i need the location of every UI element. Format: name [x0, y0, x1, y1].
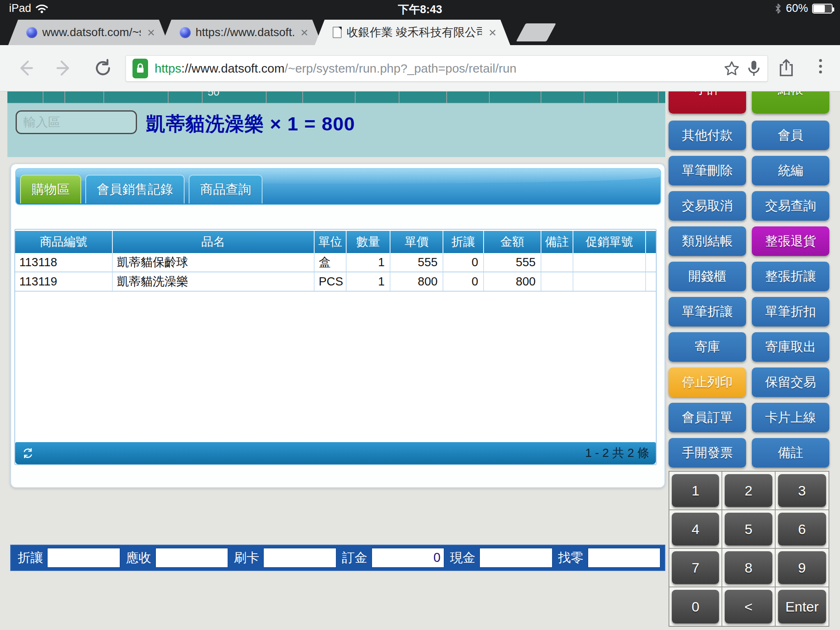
strip-button[interactable]	[399, 91, 446, 103]
numpad-key-0[interactable]: 0	[672, 590, 719, 623]
share-icon[interactable]	[777, 58, 797, 78]
table-row[interactable]: 113118凱蒂貓保齡球盒15550555	[15, 253, 656, 272]
back-button[interactable]	[16, 58, 35, 78]
transaction-query-button[interactable]: 交易查詢	[752, 191, 829, 221]
grid-header-row: 商品編號品名單位數量單價折讓金額備註促銷單號	[15, 231, 656, 253]
strip-button[interactable]	[659, 91, 665, 103]
strip-button[interactable]	[541, 91, 584, 103]
action-grid: 其他付款會員單筆刪除統編交易取消交易查詢類別結帳整張退貨開錢櫃整張折讓單筆折讓單…	[669, 121, 829, 468]
numpad-key-7[interactable]: 7	[672, 551, 719, 584]
strip-button[interactable]: 50	[203, 91, 266, 103]
card-online-button[interactable]: 卡片上線	[752, 403, 829, 432]
battery-icon	[812, 4, 833, 14]
bookmark-star-icon[interactable]	[723, 60, 740, 77]
strip-button[interactable]	[65, 91, 103, 103]
category-checkout-button[interactable]: 類別結帳	[669, 226, 746, 256]
delete-line-button[interactable]: 單筆刪除	[669, 156, 746, 185]
numpad-key-<[interactable]: <	[725, 590, 772, 623]
payment-input-cash[interactable]	[479, 548, 552, 568]
hold-transaction-button[interactable]: 保留交易	[752, 368, 829, 397]
payment-input-discount[interactable]	[47, 548, 120, 568]
member-button[interactable]: 會員	[752, 121, 829, 150]
numpad-cell: 0	[669, 587, 722, 626]
numpad-key-9[interactable]: 9	[778, 551, 826, 584]
cancel-transaction-button[interactable]: 交易取消	[669, 191, 746, 221]
full-return-button[interactable]: 整張退貨	[752, 226, 829, 256]
numpad-key-Enter[interactable]: Enter	[778, 590, 826, 623]
strip-button[interactable]	[447, 91, 489, 103]
numpad-key-6[interactable]: 6	[778, 513, 826, 546]
browser-tabs: www.datsoft.com/~stock/×https://www.dats…	[8, 20, 510, 45]
payment-group-receivable: 應收	[122, 546, 230, 570]
entry-input[interactable]	[16, 110, 137, 134]
member-order-button[interactable]: 會員訂單	[669, 403, 746, 432]
column-header: 促銷單號	[573, 231, 646, 253]
subtotal-button[interactable]: 小計	[669, 91, 746, 114]
strip-button[interactable]	[7, 91, 43, 103]
new-tab-button[interactable]	[516, 23, 556, 41]
numpad-key-3[interactable]: 3	[778, 474, 826, 507]
payment-label-cash: 現金	[446, 549, 479, 566]
strip-button[interactable]	[267, 91, 302, 103]
main-panel: 購物區會員銷售記錄商品查詢 商品編號品名單位數量單價折讓金額備註促銷單號 113…	[10, 163, 665, 488]
column-header: 數量	[347, 231, 390, 253]
close-icon[interactable]: ×	[487, 25, 498, 40]
close-icon[interactable]: ×	[146, 25, 157, 40]
forward-button[interactable]	[54, 58, 74, 78]
manual-invoice-button[interactable]: 手開發票	[669, 438, 746, 468]
browser-tab-3[interactable]: 收銀作業 竣禾科技有限公司×	[315, 20, 510, 45]
close-icon[interactable]: ×	[299, 25, 310, 40]
remark-button[interactable]: 備註	[752, 438, 829, 468]
payment-input-change[interactable]	[588, 548, 661, 568]
strip-button[interactable]	[356, 91, 399, 103]
stock-withdraw-button[interactable]: 寄庫取出	[752, 332, 829, 362]
ipad-screen: iPad 下午8:43 60% www.datsoft.com/~stock/×…	[0, 0, 840, 630]
numpad-key-1[interactable]: 1	[672, 474, 719, 507]
strip-button[interactable]	[303, 91, 355, 103]
voice-search-mic-icon[interactable]	[747, 59, 761, 78]
browser-tab-2[interactable]: https://www.datsoft.com/~e×	[162, 20, 322, 45]
cell: 1	[347, 253, 390, 272]
strip-button[interactable]	[169, 91, 202, 103]
numpad-cell: 9	[776, 549, 829, 587]
strip-button[interactable]	[104, 91, 168, 103]
numpad-cell: <	[722, 587, 775, 626]
cell: PCS	[315, 272, 347, 291]
numpad-cell: 3	[776, 472, 829, 510]
strip-button[interactable]	[618, 91, 658, 103]
numpad-key-8[interactable]: 8	[725, 551, 772, 584]
numpad-key-4[interactable]: 4	[672, 513, 719, 546]
stop-print-button[interactable]: 停止列印	[669, 368, 746, 397]
browser-tab-strip: www.datsoft.com/~stock/×https://www.dats…	[0, 16, 840, 45]
browser-tab-1[interactable]: www.datsoft.com/~stock/×	[8, 20, 169, 45]
payment-group-change: 找零	[554, 546, 662, 570]
line-discount-button[interactable]: 單筆折扣	[752, 297, 829, 326]
strip-button[interactable]	[43, 91, 64, 103]
payment-input-receivable[interactable]	[155, 548, 228, 568]
numpad-key-2[interactable]: 2	[725, 474, 772, 507]
grid-refresh-icon[interactable]	[22, 447, 34, 459]
other-payment-button[interactable]: 其他付款	[669, 121, 746, 150]
pos-tab-2[interactable]: 會員銷售記錄	[85, 175, 185, 203]
overflow-menu-icon[interactable]	[819, 59, 822, 73]
numpad-cell: Enter	[776, 587, 829, 626]
numpad-key-5[interactable]: 5	[725, 513, 772, 546]
action-column: 小計結帳 其他付款會員單筆刪除統編交易取消交易查詢類別結帳整張退貨開錢櫃整張折讓…	[669, 91, 829, 627]
full-discount-button[interactable]: 整張折讓	[752, 262, 829, 291]
numpad: 1234567890<Enter	[669, 471, 829, 627]
payment-input-card[interactable]	[263, 548, 336, 568]
strip-button[interactable]	[490, 91, 541, 103]
payment-input-deposit[interactable]: 0	[372, 548, 445, 568]
refresh-button[interactable]	[94, 58, 113, 78]
entry-panel: 凱蒂貓洗澡樂 × 1 = 800	[7, 104, 665, 157]
pos-tab-3[interactable]: 商品查詢	[189, 175, 262, 203]
url-omnibox[interactable]: https://www.datsoft.com/~erp/system/run.…	[126, 55, 768, 82]
tax-id-button[interactable]: 統編	[752, 156, 829, 185]
strip-button[interactable]	[584, 91, 617, 103]
checkout-button[interactable]: 結帳	[752, 91, 829, 114]
pos-tab-1[interactable]: 購物區	[20, 175, 81, 203]
table-row[interactable]: 113119凱蒂貓洗澡樂PCS18000800	[15, 272, 656, 292]
open-drawer-button[interactable]: 開錢櫃	[669, 262, 746, 291]
store-stock-button[interactable]: 寄庫	[669, 332, 746, 362]
line-allowance-button[interactable]: 單筆折讓	[669, 297, 746, 326]
